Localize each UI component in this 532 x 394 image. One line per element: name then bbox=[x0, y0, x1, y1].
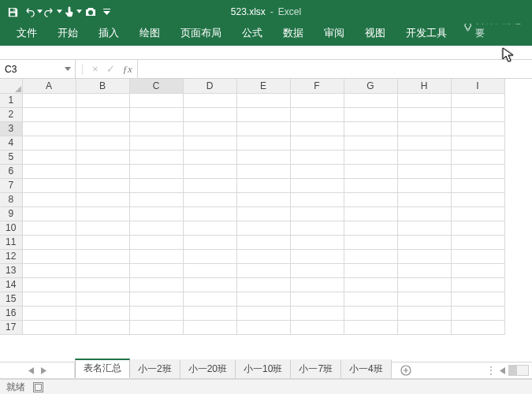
cell[interactable] bbox=[344, 206, 397, 221]
cell[interactable] bbox=[76, 249, 129, 263]
row-header[interactable]: 7 bbox=[0, 178, 22, 192]
cell[interactable] bbox=[129, 306, 183, 320]
cell[interactable] bbox=[129, 150, 183, 164]
cell[interactable] bbox=[129, 263, 183, 277]
cell[interactable] bbox=[129, 320, 183, 334]
cell[interactable] bbox=[183, 93, 236, 107]
cell[interactable] bbox=[344, 178, 397, 192]
hscroll-left-icon[interactable] bbox=[500, 367, 505, 374]
tab-file[interactable]: 文件 bbox=[6, 21, 47, 46]
cell[interactable] bbox=[290, 221, 344, 235]
cell[interactable] bbox=[451, 136, 504, 150]
cell[interactable] bbox=[236, 164, 290, 178]
cell[interactable] bbox=[129, 164, 183, 178]
cell[interactable] bbox=[397, 206, 451, 221]
tab-review[interactable]: 审阅 bbox=[314, 21, 355, 46]
cell[interactable] bbox=[290, 320, 344, 334]
row-header[interactable]: 14 bbox=[0, 277, 22, 292]
save-icon[interactable] bbox=[5, 3, 20, 20]
cell[interactable] bbox=[451, 107, 504, 121]
cell[interactable] bbox=[451, 93, 504, 107]
column-header[interactable]: F bbox=[290, 79, 344, 93]
cell[interactable] bbox=[22, 178, 76, 192]
cell[interactable] bbox=[290, 121, 344, 136]
cell[interactable] bbox=[397, 277, 451, 292]
cell[interactable] bbox=[183, 192, 236, 206]
cell[interactable] bbox=[397, 292, 451, 306]
cell[interactable] bbox=[344, 263, 397, 277]
cell[interactable] bbox=[344, 93, 397, 107]
cell[interactable] bbox=[183, 235, 236, 249]
tab-insert[interactable]: 插入 bbox=[88, 21, 129, 46]
cell[interactable] bbox=[290, 136, 344, 150]
tab-home[interactable]: 开始 bbox=[47, 21, 88, 46]
sheet-nav-prev-icon[interactable] bbox=[25, 365, 36, 376]
cell[interactable] bbox=[22, 192, 76, 206]
row-header[interactable]: 15 bbox=[0, 292, 22, 306]
cell[interactable] bbox=[183, 136, 236, 150]
cell[interactable] bbox=[22, 221, 76, 235]
row-header[interactable]: 6 bbox=[0, 164, 22, 178]
column-header[interactable]: E bbox=[236, 79, 290, 93]
cell[interactable] bbox=[290, 164, 344, 178]
cell[interactable] bbox=[183, 221, 236, 235]
column-header[interactable]: H bbox=[397, 79, 451, 93]
cell[interactable] bbox=[22, 320, 76, 334]
cell[interactable] bbox=[397, 136, 451, 150]
customize-qat-icon[interactable] bbox=[102, 3, 111, 20]
redo-icon[interactable] bbox=[43, 3, 60, 20]
cell[interactable] bbox=[76, 292, 129, 306]
cell[interactable] bbox=[397, 107, 451, 121]
cell[interactable] bbox=[183, 263, 236, 277]
cell[interactable] bbox=[451, 178, 504, 192]
cell[interactable] bbox=[236, 121, 290, 136]
cell[interactable] bbox=[129, 121, 183, 136]
cell[interactable] bbox=[76, 192, 129, 206]
cell[interactable] bbox=[451, 306, 504, 320]
cell[interactable] bbox=[236, 249, 290, 263]
name-box[interactable] bbox=[0, 60, 76, 78]
cell[interactable] bbox=[76, 136, 129, 150]
cell[interactable] bbox=[236, 235, 290, 249]
new-sheet-button[interactable] bbox=[395, 362, 417, 378]
cell[interactable] bbox=[236, 263, 290, 277]
cell[interactable] bbox=[344, 306, 397, 320]
cell[interactable] bbox=[22, 235, 76, 249]
cell[interactable] bbox=[236, 107, 290, 121]
cell[interactable] bbox=[76, 164, 129, 178]
cell[interactable] bbox=[290, 192, 344, 206]
cell[interactable] bbox=[344, 292, 397, 306]
row-header[interactable]: 10 bbox=[0, 221, 22, 235]
cell[interactable] bbox=[397, 249, 451, 263]
cell[interactable] bbox=[22, 150, 76, 164]
cell[interactable] bbox=[183, 164, 236, 178]
cell[interactable] bbox=[236, 136, 290, 150]
column-header[interactable]: G bbox=[344, 79, 397, 93]
cell[interactable] bbox=[22, 306, 76, 320]
column-header[interactable]: C bbox=[129, 79, 183, 93]
cell[interactable] bbox=[22, 121, 76, 136]
row-header[interactable]: 9 bbox=[0, 206, 22, 221]
row-header[interactable]: 5 bbox=[0, 150, 22, 164]
cell[interactable] bbox=[236, 178, 290, 192]
cell[interactable] bbox=[344, 192, 397, 206]
cell[interactable] bbox=[129, 249, 183, 263]
tab-pagelayout[interactable]: 页面布局 bbox=[170, 21, 232, 46]
tab-formulas[interactable]: 公式 bbox=[232, 21, 273, 46]
sheet-tab[interactable]: 小一2班 bbox=[130, 359, 180, 378]
column-header[interactable]: I bbox=[451, 79, 504, 93]
cell[interactable] bbox=[236, 292, 290, 306]
cell[interactable] bbox=[236, 206, 290, 221]
cell[interactable] bbox=[451, 121, 504, 136]
cell[interactable] bbox=[22, 263, 76, 277]
tab-view[interactable]: 视图 bbox=[355, 21, 396, 46]
row-header[interactable]: 3 bbox=[0, 121, 22, 136]
fx-icon[interactable]: ƒx bbox=[123, 63, 132, 76]
cell[interactable] bbox=[451, 206, 504, 221]
cell[interactable] bbox=[290, 277, 344, 292]
cell[interactable] bbox=[22, 136, 76, 150]
undo-icon[interactable] bbox=[24, 3, 40, 20]
cell[interactable] bbox=[129, 107, 183, 121]
cell[interactable] bbox=[129, 221, 183, 235]
column-header[interactable]: A bbox=[22, 79, 76, 93]
